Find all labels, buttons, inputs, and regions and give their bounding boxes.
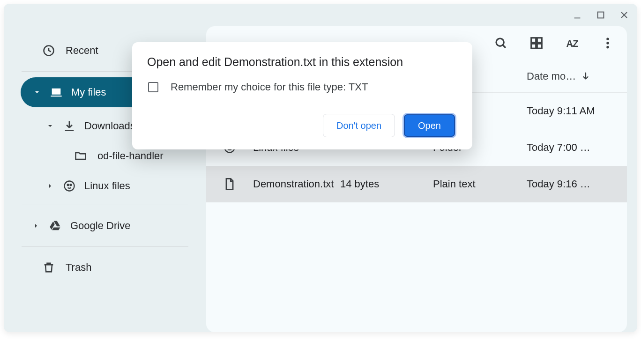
minimize-icon [572,10,582,20]
window-minimize-button[interactable] [570,7,585,22]
penguin-icon [63,179,76,193]
svg-point-4 [70,184,72,186]
svg-point-14 [606,46,609,49]
svg-point-12 [606,38,609,41]
download-icon [63,119,76,133]
view-grid-button[interactable] [529,35,544,51]
svg-rect-9 [537,44,542,48]
clock-icon [42,44,55,57]
window-titlebar [4,4,637,26]
chevron-right-icon [46,182,54,190]
sidebar-item-label: od-file-handler [97,150,164,162]
svg-rect-8 [531,44,536,48]
window-close-button[interactable] [617,7,632,22]
svg-point-3 [67,184,69,186]
file-icon [206,178,253,191]
file-date: Today 9:16 … [527,178,619,190]
window-maximize-button[interactable] [593,7,608,22]
svg-point-2 [65,181,75,191]
close-icon [619,10,629,20]
remember-choice-row[interactable]: Remember my choice for this file type: T… [147,81,455,93]
sidebar-item-google-drive[interactable]: Google Drive [4,209,206,243]
chevron-right-icon [32,222,40,230]
sidebar-item-label: Linux files [84,180,130,192]
sidebar-item-label: Google Drive [70,220,130,232]
chevron-down-icon [33,89,41,96]
file-manager-window: Recent My files Downloads [4,4,637,332]
grid-icon [529,36,544,50]
more-vert-icon [601,36,615,50]
file-name: Demonstration.txt [253,178,340,190]
sidebar-item-label: Downloads [84,120,135,132]
search-button[interactable] [493,35,509,51]
svg-text:Z: Z [573,38,578,49]
svg-rect-6 [531,38,536,43]
file-size: 14 bytes [340,178,433,190]
remember-label: Remember my choice for this file type: T… [171,81,368,93]
drive-icon [49,219,62,232]
file-type: Plain text [433,178,527,190]
svg-point-13 [606,42,609,45]
svg-rect-0 [598,12,604,18]
laptop-icon [50,86,63,99]
divider [22,205,188,205]
chevron-down-icon [46,122,54,130]
sidebar-item-linux-files[interactable]: Linux files [4,171,206,201]
arrow-down-icon [581,71,591,82]
more-button[interactable] [600,35,616,51]
open-file-dialog: Open and edit Demonstration.txt in this … [132,42,472,149]
column-date-modified[interactable]: Date mo… [527,70,619,82]
file-row[interactable]: Demonstration.txt 14 bytes Plain text To… [206,166,627,202]
dialog-title: Open and edit Demonstration.txt in this … [147,55,455,69]
trash-icon [42,261,55,274]
remember-checkbox[interactable] [148,82,158,92]
search-icon [494,36,508,50]
file-date: Today 9:11 AM [527,105,619,117]
svg-rect-7 [537,38,542,43]
dont-open-button[interactable]: Don't open [323,114,395,137]
sort-button[interactable]: AZ [564,35,580,51]
sidebar-item-trash[interactable]: Trash [4,251,206,284]
open-button[interactable]: Open [403,114,455,137]
folder-icon [74,149,87,163]
dialog-actions: Don't open Open [147,114,455,137]
maximize-icon [596,10,606,20]
sort-az-icon: AZ [565,36,579,50]
sidebar-item-label: My files [71,86,106,98]
divider [22,246,188,247]
sidebar-item-label: Recent [66,45,98,57]
file-date: Today 7:00 … [527,141,619,154]
sidebar-item-label: Trash [66,261,91,274]
